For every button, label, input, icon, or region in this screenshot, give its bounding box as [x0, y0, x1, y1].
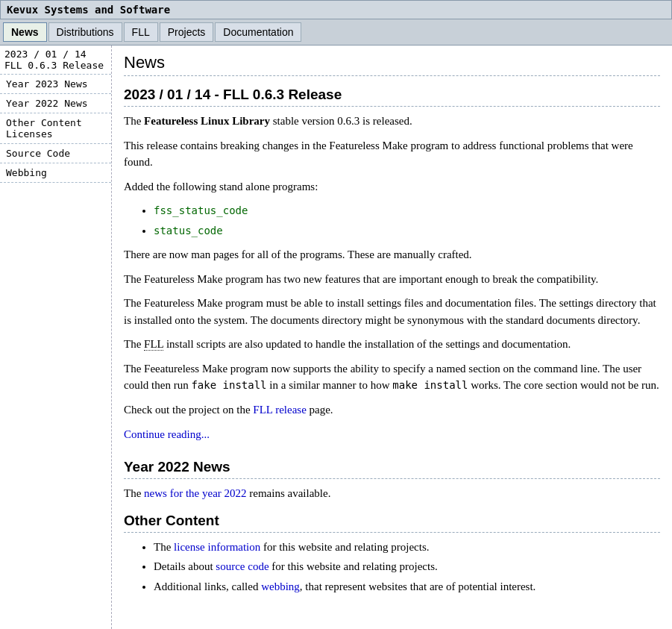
para-9: Check out the project on the FLL release…	[124, 401, 660, 419]
page-title: News	[124, 53, 660, 76]
nav-item-news[interactable]: News	[3, 22, 47, 42]
para-1: The Featureless Linux Library stable ver…	[124, 113, 660, 130]
other-item-webbing: Additional links, called webbing, that r…	[154, 578, 660, 595]
title-text: Kevux Systems and Software	[7, 4, 170, 16]
make-install-code: make install	[392, 379, 468, 391]
list-item-status: status_code	[154, 222, 660, 240]
para-4: There are now man pages for all of the p…	[124, 246, 660, 263]
other-item-source: Details about source code for this websi…	[154, 558, 660, 575]
program-list: fss_status_code status_code	[154, 202, 660, 239]
nav-item-distributions[interactable]: Distributions	[48, 22, 122, 42]
para-8: The Feeatureless Make program now suppor…	[124, 360, 660, 394]
other-content-list: The license information for this website…	[154, 539, 660, 595]
section-title-2023: 2023 / 01 / 14 - FLL 0.6.3 Release	[124, 87, 660, 107]
webbing-link[interactable]: webbing	[261, 581, 300, 592]
para-3: Added the following stand alone programs…	[124, 178, 660, 195]
fll-abbr: FLL	[144, 338, 163, 351]
section-title-2022: Year 2022 News	[124, 459, 660, 479]
sidebar-release: FLL 0.6.3 Release	[4, 60, 107, 71]
title-bar: Kevux Systems and Software	[0, 0, 672, 19]
nav-item-documentation[interactable]: Documentation	[215, 22, 301, 42]
sidebar-link-source-code[interactable]: Source Code	[0, 144, 111, 163]
sidebar-link-year2022[interactable]: Year 2022 News	[0, 94, 111, 113]
sidebar: 2023 / 01 / 14 FLL 0.6.3 Release Year 20…	[0, 46, 112, 629]
continue-reading-link[interactable]: Continue reading...	[124, 428, 210, 441]
nav-bar: NewsDistributionsFLLProjectsDocumentatio…	[0, 19, 672, 46]
list-item-fss: fss_status_code	[154, 202, 660, 219]
fake-install-code: fake install	[191, 379, 266, 391]
other-item-license: The license information for this website…	[154, 539, 660, 556]
license-info-link[interactable]: license information	[174, 541, 260, 553]
sidebar-date-section: 2023 / 01 / 14 FLL 0.6.3 Release	[0, 46, 111, 75]
para-6: The Featureless Make program must be abl…	[124, 295, 660, 328]
content-area: News 2023 / 01 / 14 - FLL 0.6.3 Release …	[112, 46, 672, 629]
fss-status-code-link[interactable]: fss_status_code	[154, 204, 248, 216]
section-title-other: Other Content	[124, 513, 660, 533]
nav-item-projects[interactable]: Projects	[160, 22, 214, 42]
sidebar-date: 2023 / 01 / 14	[4, 48, 107, 60]
sidebar-link-webbing[interactable]: Webbing	[0, 163, 111, 183]
main-layout: 2023 / 01 / 14 FLL 0.6.3 Release Year 20…	[0, 46, 672, 629]
status-code-link[interactable]: status_code	[154, 225, 223, 237]
para-2: This release contains breaking changes i…	[124, 137, 660, 171]
para-2022: The news for the year 2022 remains avail…	[124, 485, 660, 502]
fll-release-link[interactable]: FLL release	[253, 404, 307, 416]
para-7: The FLL install scripts are also updated…	[124, 336, 660, 353]
news-2022-link[interactable]: news for the year 2022	[144, 487, 246, 499]
sidebar-link-year2023[interactable]: Year 2023 News	[0, 75, 111, 94]
other-content-section: Other Content The license information fo…	[124, 513, 660, 595]
sidebar-link-other-content[interactable]: Other Content Licenses	[0, 113, 111, 144]
fll-bold: Featureless Linux Library	[144, 115, 270, 127]
source-code-link[interactable]: source code	[216, 560, 269, 572]
para-5: The Featureless Make program has two new…	[124, 271, 660, 288]
nav-item-fll[interactable]: FLL	[124, 22, 158, 42]
